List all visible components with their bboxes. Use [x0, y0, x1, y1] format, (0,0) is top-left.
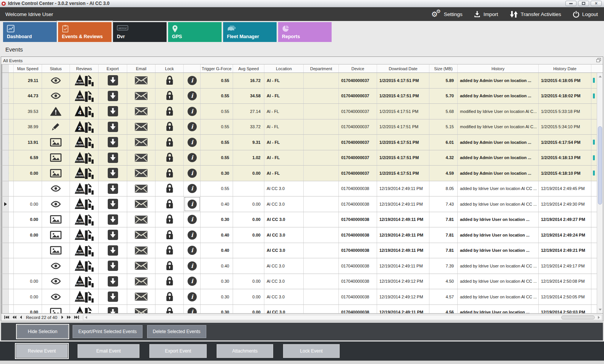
scroll-left-arrow[interactable]: [84, 316, 89, 319]
column-header-blank[interactable]: [1, 64, 9, 72]
close-button[interactable]: ×: [591, 1, 602, 6]
cell-info[interactable]: i: [184, 150, 201, 166]
column-header-blank[interactable]: [184, 64, 201, 72]
table-row[interactable]: 80.00NOSCOREi0.300.00Al CC 3.00170400000…: [1, 289, 597, 305]
cell-lock[interactable]: [155, 89, 184, 104]
cell-reviews[interactable]: NOSCORE: [70, 181, 99, 196]
cell-lock[interactable]: [155, 181, 184, 196]
cell-email[interactable]: [127, 104, 155, 119]
row-indicator-cell[interactable]: [1, 227, 9, 243]
row-indicator-cell[interactable]: [1, 119, 9, 135]
table-row[interactable]: 8NOSCOREi0.40Al CC 3.001704000003812/19/…: [1, 243, 597, 259]
logout-button[interactable]: Logout: [573, 11, 598, 18]
cell-lock[interactable]: [155, 150, 184, 166]
cell-email[interactable]: [127, 243, 155, 258]
tab-gps[interactable]: GPS: [168, 22, 222, 42]
cell-info[interactable]: i: [184, 227, 201, 243]
cell-reviews[interactable]: NOSCORE: [70, 243, 99, 258]
attachments-button[interactable]: Attachments: [217, 344, 273, 358]
column-header-export[interactable]: Export: [99, 64, 127, 72]
cell-reviews[interactable]: NOSCORE: [70, 73, 99, 88]
import-button[interactable]: Import: [474, 11, 498, 18]
review-event-button[interactable]: Review Event: [16, 344, 68, 358]
cell-email[interactable]: [127, 274, 155, 289]
lock-event-button[interactable]: Lock Event: [283, 344, 340, 358]
vertical-scrollbar[interactable]: [597, 73, 603, 313]
cell-info[interactable]: i: [184, 289, 201, 304]
row-indicator-cell[interactable]: [1, 274, 9, 289]
cell-email[interactable]: [127, 119, 155, 135]
row-indicator-cell[interactable]: [1, 181, 9, 196]
table-row[interactable]: 513.91NOSCOREi0.559.31Al - FL01704000003…: [1, 135, 597, 150]
info-icon[interactable]: i: [188, 169, 197, 178]
column-header-blank[interactable]: [591, 64, 596, 72]
column-header-status[interactable]: Status: [42, 64, 70, 72]
delete-selected-events-button[interactable]: Delete Selected Events: [147, 325, 206, 338]
cell-reviews[interactable]: NOSCORE: [70, 305, 99, 314]
cell-info[interactable]: i: [184, 104, 201, 119]
cell-email[interactable]: [127, 73, 155, 88]
table-row[interactable]: 229.11NOSCOREi0.5516.72Al - FL0170400000…: [1, 73, 597, 89]
cell-reviews[interactable]: NOSCORE: [70, 89, 99, 104]
column-header-avg-speed[interactable]: Avg Speed: [233, 64, 264, 72]
cell-reviews[interactable]: NOSCORE: [70, 227, 99, 243]
column-header-size-mb-[interactable]: Size (MB): [429, 64, 458, 72]
info-icon[interactable]: i: [188, 308, 197, 313]
settings-button[interactable]: ⚙⚙ Settings: [431, 10, 463, 18]
column-header-reviews[interactable]: Reviews: [70, 64, 99, 72]
cell-info[interactable]: i: [184, 181, 201, 196]
info-icon[interactable]: i: [188, 261, 197, 271]
table-row[interactable]: 439.534i0.5527.14Al - FL0170400000371/2/…: [1, 104, 597, 119]
scroll-right-arrow[interactable]: [596, 316, 601, 319]
cell-export[interactable]: [99, 258, 127, 274]
column-header-trigger-g-force[interactable]: Trigger G-Force: [201, 64, 233, 72]
cell-export[interactable]: [99, 150, 127, 166]
cell-info[interactable]: i: [184, 135, 201, 150]
cell-info[interactable]: i: [184, 274, 201, 289]
table-row[interactable]: 544.73NOSCOREi0.5534.58Al - FL0170400000…: [1, 89, 597, 104]
maximize-button[interactable]: [578, 1, 589, 6]
cell-email[interactable]: [127, 258, 155, 274]
row-indicator-cell[interactable]: [1, 150, 9, 166]
row-indicator-cell[interactable]: [1, 258, 9, 274]
hide-selection-button[interactable]: Hide Selection: [17, 325, 68, 338]
cell-email[interactable]: [127, 289, 155, 304]
cell-email[interactable]: [127, 150, 155, 166]
row-indicator-cell[interactable]: [1, 243, 9, 258]
cell-info[interactable]: i: [184, 196, 201, 212]
cell-info[interactable]: i: [184, 119, 201, 135]
column-header-history-date[interactable]: History Date: [539, 64, 591, 72]
table-row[interactable]: 70.00NOSCOREi0.400.00Al CC 3.00170400000…: [1, 196, 597, 212]
cell-lock[interactable]: [155, 212, 184, 227]
cell-info[interactable]: i: [184, 243, 201, 258]
table-row[interactable]: 50.00NOSCOREi0.300.00Al CC 3.00170400000…: [1, 305, 597, 314]
table-row[interactable]: 5NOSCOREi0.40Al CC 3.001704000003812/19/…: [1, 258, 597, 274]
column-header-history[interactable]: History: [458, 64, 539, 72]
cell-email[interactable]: [127, 166, 155, 181]
cell-email[interactable]: [127, 227, 155, 243]
tab-dvr[interactable]: MERGE Dvr: [113, 22, 167, 42]
cell-email[interactable]: [127, 196, 155, 212]
cell-email[interactable]: [127, 181, 155, 196]
cell-export[interactable]: [99, 289, 127, 304]
cell-lock[interactable]: [155, 227, 184, 243]
cell-info[interactable]: i: [184, 73, 201, 88]
cell-info[interactable]: i: [184, 212, 201, 227]
cell-reviews[interactable]: NOSCORE: [70, 274, 99, 289]
transfer-activities-button[interactable]: Transfer Activities: [510, 11, 561, 18]
cell-lock[interactable]: [155, 258, 184, 274]
cell-reviews[interactable]: NOSCORE: [70, 166, 99, 181]
cell-export[interactable]: [99, 166, 127, 181]
info-icon[interactable]: i: [188, 138, 197, 147]
cell-lock[interactable]: [155, 119, 184, 135]
vertical-scroll-thumb[interactable]: [598, 126, 602, 205]
cell-info[interactable]: i: [184, 258, 201, 274]
column-header-department[interactable]: Department: [304, 64, 339, 72]
email-event-button[interactable]: Email Event: [78, 344, 139, 358]
cell-export[interactable]: [99, 89, 127, 104]
row-indicator-cell[interactable]: [1, 212, 9, 227]
tab-dashboard[interactable]: Dashboard: [3, 22, 57, 42]
column-header-location[interactable]: Location: [264, 64, 304, 72]
column-header-email[interactable]: Email: [127, 64, 155, 72]
cell-export[interactable]: [99, 73, 127, 88]
